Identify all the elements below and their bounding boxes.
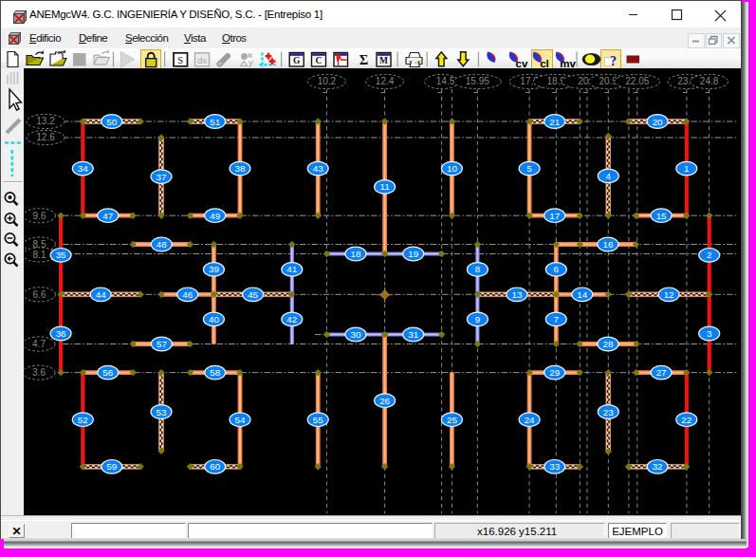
svg-text:15.95: 15.95: [466, 76, 489, 86]
svg-text:59: 59: [106, 461, 117, 472]
svg-text:14.5: 14.5: [436, 76, 455, 86]
svg-text:24.8: 24.8: [700, 76, 719, 86]
svg-text:34: 34: [78, 163, 88, 174]
svg-text:12: 12: [664, 289, 674, 300]
svg-text:16: 16: [602, 239, 613, 250]
svg-text:43: 43: [313, 163, 323, 174]
svg-text:19: 19: [408, 249, 418, 259]
svg-text:10: 10: [447, 163, 457, 174]
svg-text:9: 9: [475, 314, 480, 325]
svg-text:15: 15: [656, 211, 667, 221]
svg-text:18: 18: [351, 249, 361, 259]
svg-text:39: 39: [209, 264, 219, 274]
svg-text:25: 25: [447, 415, 457, 425]
svg-text:26: 26: [379, 396, 390, 406]
svg-text:9.6: 9.6: [33, 211, 46, 221]
svg-text:13: 13: [511, 289, 522, 300]
svg-text:6: 6: [554, 264, 560, 274]
svg-text:46: 46: [182, 289, 193, 300]
svg-text:48: 48: [157, 239, 167, 250]
svg-text:50: 50: [106, 117, 117, 127]
svg-text:13.2: 13.2: [36, 116, 55, 126]
svg-text:14: 14: [577, 289, 587, 300]
svg-text:60: 60: [210, 461, 220, 472]
svg-text:55: 55: [313, 415, 323, 425]
svg-text:Σ: Σ: [360, 52, 368, 67]
svg-text:12.6: 12.6: [36, 132, 55, 142]
svg-text:12.4: 12.4: [376, 76, 395, 86]
svg-text:S: S: [177, 55, 183, 65]
svg-text:31: 31: [408, 329, 418, 340]
svg-text:32: 32: [653, 461, 663, 472]
svg-text:24: 24: [525, 415, 535, 425]
svg-text:44: 44: [96, 289, 106, 300]
svg-text:47: 47: [102, 211, 113, 221]
svg-text:6.6: 6.6: [33, 289, 46, 300]
svg-text:54: 54: [235, 415, 246, 425]
svg-text:42: 42: [286, 314, 297, 325]
svg-text:22: 22: [681, 415, 691, 425]
svg-text:7: 7: [554, 314, 559, 325]
svg-text:1: 1: [684, 163, 689, 174]
svg-text:40: 40: [209, 314, 219, 325]
svg-text:4: 4: [606, 171, 612, 181]
svg-text:M: M: [379, 56, 388, 65]
svg-text:8: 8: [475, 264, 481, 274]
svg-text:21: 21: [549, 117, 560, 127]
svg-text:52: 52: [78, 415, 88, 425]
svg-text:10.2: 10.2: [318, 76, 337, 86]
svg-text:36: 36: [56, 328, 66, 339]
svg-text:27: 27: [656, 367, 667, 378]
svg-text:37: 37: [157, 172, 167, 182]
svg-text:33: 33: [549, 461, 560, 472]
svg-text:49: 49: [210, 211, 220, 221]
svg-text:11: 11: [380, 181, 390, 192]
svg-text:35: 35: [56, 250, 66, 260]
svg-text:57: 57: [157, 339, 167, 349]
svg-text:45: 45: [248, 289, 258, 300]
svg-text:8.1: 8.1: [33, 250, 46, 260]
svg-text:22.05: 22.05: [625, 76, 649, 86]
svg-text:C: C: [316, 56, 323, 65]
svg-text:28: 28: [603, 339, 614, 349]
svg-text:G: G: [293, 56, 301, 65]
svg-text:29: 29: [549, 367, 560, 378]
svg-text:4.7: 4.7: [32, 339, 46, 349]
svg-text:17: 17: [549, 211, 560, 221]
svg-text:30: 30: [351, 329, 361, 340]
svg-text:23: 23: [603, 407, 614, 418]
svg-text:3.6: 3.6: [32, 367, 46, 378]
svg-text:20: 20: [653, 117, 663, 127]
svg-text:41: 41: [286, 264, 297, 274]
svg-text:53: 53: [157, 407, 167, 418]
svg-text:58: 58: [210, 367, 220, 378]
svg-text:ds: ds: [197, 55, 207, 65]
svg-text:?: ?: [610, 54, 617, 68]
svg-text:2: 2: [707, 250, 711, 260]
svg-text:38: 38: [235, 163, 246, 174]
svg-text:56: 56: [102, 367, 113, 378]
svg-text:51: 51: [210, 117, 220, 127]
svg-text:5: 5: [526, 163, 532, 174]
svg-text:3: 3: [707, 328, 712, 339]
